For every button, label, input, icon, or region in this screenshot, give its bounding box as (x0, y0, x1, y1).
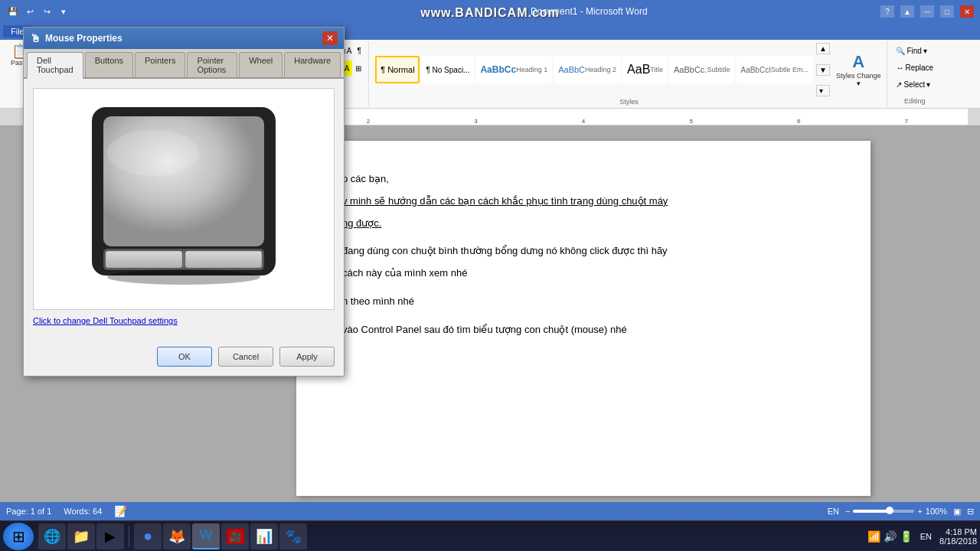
word-taskbar-icon: W (200, 527, 213, 543)
volume-icon[interactable]: 🔊 (884, 530, 897, 543)
style-subtle-label: Subtle Em... (771, 66, 808, 73)
help-btn[interactable]: ? (880, 5, 894, 18)
battery-icon: 🔋 (900, 530, 913, 543)
bandicam-button[interactable]: 🎥 (221, 523, 249, 549)
chrome-icon: ● (143, 527, 152, 545)
status-right: EN − + 100% ▣ ⊟ (828, 507, 974, 517)
zoom-out-btn[interactable]: − (845, 507, 850, 516)
svg-rect-4 (106, 251, 182, 268)
language-tray[interactable]: EN (917, 530, 935, 543)
page-info: Page: 1 of 1 (6, 507, 51, 516)
maximize-btn[interactable]: □ (940, 5, 954, 18)
style-heading2[interactable]: AaBbC Heading 2 (554, 56, 621, 83)
dialog-close-button[interactable]: ✕ (322, 31, 338, 45)
zoom-in-btn[interactable]: + (917, 507, 922, 516)
style-no-spacing[interactable]: ¶ No Spaci... (421, 56, 474, 83)
cancel-button[interactable]: Cancel (218, 347, 273, 367)
start-button[interactable]: ⊞ (3, 523, 34, 550)
view-single-btn[interactable]: ▣ (953, 507, 961, 517)
editing-buttons: 🔍 Find ▾ ↔ Replace ↗ Select ▾ (893, 43, 936, 96)
right-panel (968, 126, 980, 511)
style-title[interactable]: AaB Title (622, 56, 668, 83)
replace-label: Replace (905, 64, 933, 72)
explorer-button[interactable]: 📁 (67, 523, 95, 549)
word-button[interactable]: W (192, 523, 220, 549)
app2-button[interactable]: 📊 (250, 523, 278, 549)
replace-icon: ↔ (896, 64, 903, 72)
doc-line-6: n theo mình nhé (342, 294, 825, 310)
styles-scroll-up[interactable]: ▲ (816, 43, 830, 54)
document-page[interactable]: o các bạn, v minh sẽ hướng dẫn các bạn c… (296, 141, 871, 496)
tab-hardware[interactable]: Hardware (284, 52, 341, 77)
clock[interactable]: 4:18 PM 8/18/2018 (939, 527, 977, 546)
quick-access-toolbar: 💾 ↩ ↪ ▾ (6, 5, 70, 18)
show-hide-btn[interactable]: ¶ (354, 43, 363, 58)
media-button[interactable]: ▶ (96, 523, 124, 549)
touchpad-settings-link[interactable]: Click to change Dell Touchpad settings (33, 316, 335, 325)
language-indicator[interactable]: EN (828, 507, 839, 516)
style-subtitle-label: Subtitle (707, 66, 730, 73)
change-styles-dropdown[interactable]: ▾ (857, 80, 861, 87)
close-btn[interactable]: ✕ (960, 5, 974, 18)
style-subtle-em[interactable]: AaBbCcI Subtle Em... (736, 56, 813, 83)
system-tray: 📶 🔊 🔋 (867, 530, 913, 543)
minimize-btn[interactable]: ─ (920, 5, 934, 18)
tab-pointers[interactable]: Pointers (135, 52, 185, 77)
date-display: 8/18/2018 (939, 536, 977, 546)
network-icon[interactable]: 📶 (867, 530, 880, 543)
app3-button[interactable]: 🐾 (279, 523, 307, 549)
select-button[interactable]: ↗ Select ▾ (893, 77, 933, 92)
ok-button[interactable]: OK (157, 347, 212, 367)
tab-buttons[interactable]: Buttons (85, 52, 133, 77)
style-normal[interactable]: ¶ Normal (375, 56, 420, 83)
change-styles-button[interactable]: A Styles Change ▾ (835, 51, 883, 89)
replace-button[interactable]: ↔ Replace (893, 60, 936, 75)
find-button[interactable]: 🔍 Find ▾ (893, 43, 929, 58)
styles-more-btn[interactable]: ▾ (816, 85, 830, 96)
chrome-button[interactable]: ● (134, 523, 162, 549)
styles-scroll-down[interactable]: ▼ (816, 64, 830, 76)
ie-icon: 🌐 (44, 528, 60, 545)
style-heading1[interactable]: AaBbCc Heading 1 (475, 56, 552, 83)
app3-icon: 🐾 (285, 528, 302, 545)
style-heading1-text: AaBbCc (480, 64, 516, 75)
select-dropdown[interactable]: ▾ (926, 80, 930, 89)
zoom-thumb[interactable] (886, 507, 893, 514)
tab-pointer-options[interactable]: Pointer Options (187, 52, 237, 77)
dialog-tabs: Dell Touchpad Buttons Pointers Pointer O… (24, 49, 344, 79)
dialog-title-bar: 🖱 Mouse Properties ✕ (24, 28, 344, 49)
ribbon-toggle-btn[interactable]: ▲ (900, 5, 914, 18)
view-multi-btn[interactable]: ⊟ (967, 507, 974, 517)
style-title-text: AaB (627, 63, 650, 77)
styles-content: ¶ Normal ¶ No Spaci... AaBbCc Heading 1 … (375, 43, 882, 96)
find-label: Find (906, 47, 921, 55)
zoom-slider[interactable] (853, 510, 914, 513)
doc-line-5: cách này của mình xem nhé (342, 266, 825, 282)
explorer-icon: 📁 (73, 528, 90, 545)
editing-label: Editing (893, 96, 936, 105)
undo-qa-btn[interactable]: ↩ (23, 5, 37, 18)
app-title: Document1 - Microsoft Word (298, 6, 880, 17)
tab-dell-touchpad[interactable]: Dell Touchpad (27, 52, 83, 79)
mouse-properties-dialog[interactable]: 🖱 Mouse Properties ✕ Dell Touchpad Butto… (23, 27, 345, 377)
zoom-control[interactable]: − + 100% (845, 507, 947, 516)
bandicam-icon: 🎥 (227, 529, 244, 544)
tab-wheel[interactable]: Wheel (239, 52, 283, 77)
taskbar-separator-1 (129, 526, 129, 547)
spell-check-icon[interactable]: 📝 (114, 505, 127, 517)
style-normal-text: ¶ Normal (381, 65, 414, 74)
firefox-button[interactable]: 🦊 (163, 523, 191, 549)
redo-qa-btn[interactable]: ↪ (40, 5, 54, 18)
style-subtle-text: AaBbCcI (740, 66, 770, 74)
svg-point-7 (107, 269, 260, 285)
style-subtitle[interactable]: AaBbCc. Subtitle (669, 56, 734, 83)
doc-line-7: vào Control Panel sau đó tìm biểu tượng … (342, 322, 825, 338)
ie-button[interactable]: 🌐 (38, 523, 66, 549)
qa-dropdown[interactable]: ▾ (57, 5, 70, 18)
save-qa-btn[interactable]: 💾 (6, 5, 20, 18)
status-bar: Page: 1 of 1 Words: 64 📝 EN − + 100% ▣ ⊟ (0, 502, 980, 520)
borders-btn[interactable]: ⊞ (353, 60, 364, 76)
apply-button[interactable]: Apply (279, 347, 335, 367)
word-count: Words: 64 (64, 507, 102, 516)
find-dropdown[interactable]: ▾ (923, 47, 927, 55)
